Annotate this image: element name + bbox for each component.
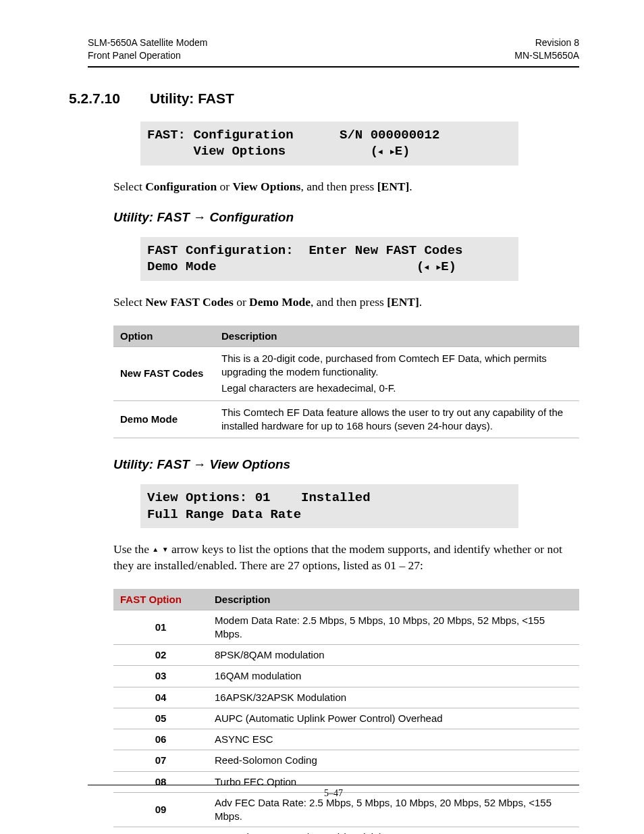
header-docnum: MN-SLM5650A — [514, 49, 579, 62]
right-arrow-icon: ▶ — [390, 148, 395, 156]
right-arrow-icon: → — [193, 210, 206, 224]
table-row: 0316QAM modulation — [113, 666, 579, 687]
section-title: Utility: FAST — [150, 90, 234, 106]
table-row: 07Reed-Solomon Coding — [113, 750, 579, 771]
option-description: 8PSK/8QAM modulation — [208, 645, 579, 666]
option-code: 06 — [113, 729, 208, 750]
header-revision: Revision 8 — [514, 36, 579, 49]
left-arrow-icon: ◀ — [378, 148, 383, 156]
config-options-table: Option Description New FAST CodesThis is… — [113, 325, 579, 438]
option-description: AUPC (Automatic Uplink Power Control) Ov… — [208, 708, 579, 729]
up-arrow-icon: ▲ — [152, 546, 159, 553]
option-code: 07 — [113, 750, 208, 771]
table-row: 01Modem Data Rate: 2.5 Mbps, 5 Mbps, 10 … — [113, 610, 579, 645]
section-heading: 5.2.7.10Utility: FAST — [88, 90, 579, 107]
option-description: ASYNC ESC — [208, 729, 579, 750]
option-description: 16QAM modulation — [208, 666, 579, 687]
down-arrow-icon: ▼ — [162, 546, 169, 553]
table-header-row: FAST Option Description — [113, 589, 579, 610]
option-description: Modem Data Rate: 2.5 Mbps, 5 Mbps, 10 Mb… — [208, 610, 579, 645]
section-number: 5.2.7.10 — [69, 90, 150, 107]
lcd-screen-fast: FAST: Configuration S/N 000000012 View O… — [140, 122, 518, 165]
option-description: Reed-Solomon Coding — [208, 750, 579, 771]
col-description: Description — [208, 589, 579, 610]
option-description: This Comtech EF Data feature allows the … — [215, 400, 579, 438]
table-row: 05AUPC (Automatic Uplink Power Control) … — [113, 708, 579, 729]
header-chapter: Front Panel Operation — [88, 49, 207, 62]
sub-heading-configuration: Utility: FAST → Configuration — [113, 210, 579, 225]
sub-heading-view-options: Utility: FAST → View Options — [113, 457, 579, 472]
right-arrow-icon: → — [193, 457, 206, 471]
lcd-screen-view-options: View Options: 01 Installed Full Range Da… — [140, 484, 518, 528]
option-code: 10 — [113, 827, 208, 834]
header-rule — [88, 66, 579, 68]
col-fast-option: FAST Option — [113, 589, 208, 610]
option-name: Demo Mode — [113, 400, 215, 438]
paragraph: Use the ▲ ▼ arrow keys to list the optio… — [113, 542, 579, 573]
paragraph: Select New FAST Codes or Demo Mode, and … — [113, 294, 579, 311]
option-code: 05 — [113, 708, 208, 729]
left-arrow-icon: ◀ — [424, 263, 429, 271]
table-row: 06ASYNC ESC — [113, 729, 579, 750]
page-header: SLM-5650A Satellite Modem Front Panel Op… — [88, 36, 579, 62]
table-row: Demo ModeThis Comtech EF Data feature al… — [113, 400, 579, 438]
lcd-screen-config: FAST Configuration: Enter New FAST Codes… — [140, 237, 518, 281]
table-row: 0416APSK/32APSK Modulation — [113, 687, 579, 708]
option-code: 03 — [113, 666, 208, 687]
table-row: New FAST CodesThis is a 20-digit code, p… — [113, 346, 579, 400]
table-row: 10Network Processor I/F Card (Module) — [113, 827, 579, 834]
footer-rule — [88, 785, 579, 785]
col-description: Description — [215, 325, 579, 347]
option-code: 04 — [113, 687, 208, 708]
option-name: New FAST Codes — [113, 346, 215, 400]
paragraph: Select Configuration or View Options, an… — [113, 179, 579, 195]
header-product: SLM-5650A Satellite Modem — [88, 36, 207, 49]
page-number: 5–47 — [88, 788, 579, 799]
option-description: 16APSK/32APSK Modulation — [208, 687, 579, 708]
table-row: 028PSK/8QAM modulation — [113, 645, 579, 666]
option-description: This is a 20-digit code, purchased from … — [215, 346, 579, 400]
option-description: Network Processor I/F Card (Module) — [208, 827, 579, 834]
option-code: 02 — [113, 645, 208, 666]
option-code: 01 — [113, 610, 208, 645]
col-option: Option — [113, 325, 215, 347]
table-header-row: Option Description — [113, 325, 579, 347]
page-footer: 5–47 — [88, 785, 579, 799]
